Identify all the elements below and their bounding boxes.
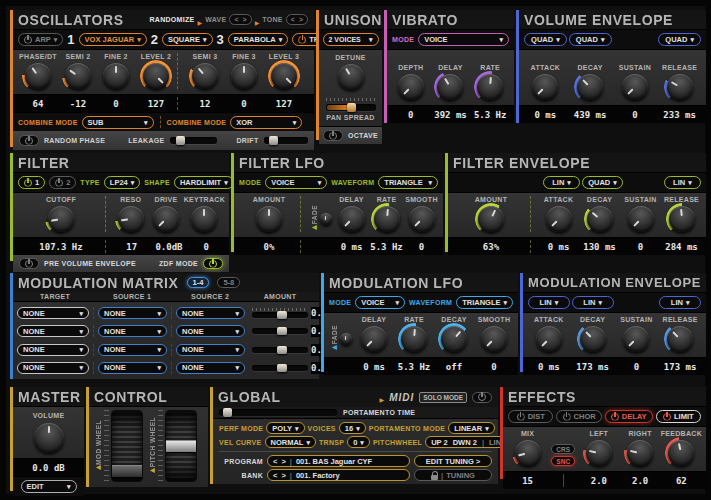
filter-lfo-mode-select[interactable]: VOICE bbox=[265, 176, 327, 189]
portamento-time-slider[interactable] bbox=[219, 409, 337, 416]
fx-mix-knob[interactable] bbox=[515, 440, 541, 466]
limit-toggle[interactable]: LIMIT bbox=[656, 410, 701, 423]
filter-env-decay-knob[interactable] bbox=[587, 206, 613, 232]
solo-mode-badge[interactable]: SOLO MODE bbox=[419, 392, 467, 403]
prev-icon[interactable]: < bbox=[291, 16, 295, 23]
matrix-row1-source1-select[interactable]: NONE bbox=[98, 307, 167, 319]
mod-env-release-curve-select[interactable]: LIN bbox=[659, 296, 701, 309]
vibrato-mode-select[interactable]: VOICE bbox=[418, 33, 509, 46]
zdf-mode-toggle[interactable] bbox=[203, 258, 223, 269]
filter1-toggle[interactable]: 1 bbox=[18, 176, 45, 189]
master-volume-knob[interactable] bbox=[34, 423, 64, 453]
vol-env-release-knob[interactable] bbox=[667, 74, 693, 100]
crs-button[interactable]: CRS bbox=[551, 444, 575, 454]
fx-feedback-knob[interactable] bbox=[668, 440, 694, 466]
trnsp-select[interactable]: 0 bbox=[347, 436, 370, 448]
semi3-knob[interactable] bbox=[192, 63, 218, 89]
filter-shape-select[interactable]: HARDLIMIT bbox=[174, 176, 234, 189]
mod-lfo-mode-select[interactable]: VOICE bbox=[355, 296, 405, 309]
matrix-row1-amount-slider[interactable] bbox=[252, 312, 308, 318]
next-icon[interactable]: > bbox=[281, 457, 285, 466]
prev-icon[interactable]: < bbox=[234, 16, 238, 23]
snc-button[interactable]: SNC bbox=[551, 456, 575, 466]
filter-type-select[interactable]: LP24 bbox=[104, 176, 140, 189]
mod-wheel[interactable] bbox=[111, 410, 143, 482]
wave-prev-next-buttons[interactable]: <> bbox=[229, 14, 251, 25]
leakage-slider[interactable] bbox=[170, 137, 218, 144]
mod-env-release-knob[interactable] bbox=[667, 326, 693, 352]
filter-env-release-curve-select[interactable]: LIN bbox=[664, 176, 701, 189]
prev-icon[interactable]: < bbox=[273, 457, 277, 466]
unison-voices-select[interactable]: 2 VOICES bbox=[323, 33, 379, 46]
mod-lfo-rate-knob[interactable] bbox=[401, 326, 427, 352]
vibrato-depth-knob[interactable] bbox=[398, 74, 424, 100]
voices-select[interactable]: 16 bbox=[339, 422, 366, 434]
matrix-row3-source2-select[interactable]: NONE bbox=[176, 344, 245, 356]
matrix-tab-1-4[interactable]: 1-4 bbox=[187, 277, 210, 288]
tone-prev-next-buttons[interactable]: <> bbox=[286, 14, 308, 25]
mod-lfo-smooth-knob[interactable] bbox=[481, 326, 507, 352]
global-power-toggle[interactable] bbox=[472, 392, 492, 403]
filter-lfo-smooth-knob[interactable] bbox=[409, 206, 435, 232]
filter-env-decay-curve-select[interactable]: QUAD bbox=[582, 176, 623, 189]
matrix-row1-target-select[interactable]: NONE bbox=[17, 307, 89, 319]
bank-selector[interactable]: <>| 001. Factory bbox=[267, 469, 410, 481]
vol-env-decay-curve-select[interactable]: QUAD bbox=[569, 33, 612, 46]
matrix-row2-source1-select[interactable]: NONE bbox=[98, 325, 167, 337]
level2-knob[interactable] bbox=[143, 63, 169, 89]
portamento-mode-select[interactable]: LINEAR bbox=[448, 422, 494, 434]
vol-env-sustain-knob[interactable] bbox=[622, 74, 648, 100]
filter-lfo-amount-knob[interactable] bbox=[256, 206, 282, 232]
matrix-row4-source1-select[interactable]: NONE bbox=[98, 362, 167, 374]
mod-env-attack-knob[interactable] bbox=[536, 326, 562, 352]
vibrato-rate-knob[interactable] bbox=[477, 74, 503, 100]
osc3-wave-select[interactable]: PARABOLA bbox=[228, 33, 288, 46]
matrix-row3-source1-select[interactable]: NONE bbox=[98, 344, 167, 356]
matrix-row2-amount-slider[interactable] bbox=[252, 328, 308, 334]
pitch-wheel[interactable] bbox=[165, 410, 197, 482]
fine2-knob[interactable] bbox=[103, 63, 129, 89]
vol-env-release-curve-select[interactable]: QUAD bbox=[658, 33, 701, 46]
mod-env-decay-knob[interactable] bbox=[580, 326, 606, 352]
reso-knob[interactable] bbox=[118, 206, 144, 232]
filter-env-sustain-knob[interactable] bbox=[628, 206, 654, 232]
filter-lfo-fade-knob[interactable] bbox=[320, 213, 332, 225]
arp-toggle[interactable]: ARP bbox=[18, 33, 63, 46]
next-icon[interactable]: > bbox=[299, 16, 303, 23]
drive-knob[interactable] bbox=[153, 206, 179, 232]
phase-dt-knob[interactable] bbox=[25, 63, 51, 89]
matrix-row2-target-select[interactable]: NONE bbox=[17, 325, 89, 337]
delay-toggle[interactable]: DELAY bbox=[605, 410, 653, 423]
mod-lfo-fade-knob[interactable] bbox=[340, 333, 352, 345]
mod-env-sustain-knob[interactable] bbox=[623, 326, 649, 352]
matrix-row3-amount-slider[interactable] bbox=[252, 347, 308, 353]
octave-toggle[interactable] bbox=[323, 130, 343, 141]
filter-lfo-rate-knob[interactable] bbox=[374, 206, 400, 232]
detune-knob[interactable] bbox=[338, 64, 364, 90]
pre-volume-envelope-toggle[interactable] bbox=[19, 258, 39, 269]
mod-env-decay-curve-select[interactable]: LIN bbox=[572, 296, 614, 309]
mod-lfo-delay-knob[interactable] bbox=[361, 326, 387, 352]
drift-slider[interactable] bbox=[264, 137, 308, 144]
filter-env-amount-knob[interactable] bbox=[478, 206, 504, 232]
mod-lfo-waveform-select[interactable]: TRIANGLE bbox=[456, 296, 513, 309]
combine-mode-2-select[interactable]: XOR bbox=[230, 116, 302, 129]
mod-env-attack-curve-select[interactable]: LIN bbox=[528, 296, 570, 309]
next-icon[interactable]: > bbox=[281, 471, 285, 480]
level3-knob[interactable] bbox=[271, 63, 297, 89]
semi2-knob[interactable] bbox=[65, 63, 91, 89]
vol-env-decay-knob[interactable] bbox=[577, 74, 603, 100]
vol-env-attack-curve-select[interactable]: QUAD bbox=[524, 33, 567, 46]
osc1-wave-select[interactable]: VOX JAGUAR bbox=[79, 33, 147, 46]
tuning-lock-button[interactable]: |TUNING bbox=[414, 469, 492, 481]
matrix-row4-source2-select[interactable]: NONE bbox=[176, 362, 245, 374]
pan-spread-slider[interactable] bbox=[326, 104, 376, 111]
fx-right-knob[interactable] bbox=[627, 440, 653, 466]
chor-toggle[interactable]: CHOR bbox=[556, 410, 601, 423]
filter2-toggle[interactable]: 2 bbox=[49, 176, 76, 189]
matrix-row3-target-select[interactable]: NONE bbox=[17, 344, 89, 356]
combine-mode-1-select[interactable]: SUB bbox=[82, 116, 154, 129]
fx-left-knob[interactable] bbox=[586, 440, 612, 466]
prev-icon[interactable]: < bbox=[273, 471, 277, 480]
osc2-wave-select[interactable]: SQUARE bbox=[162, 33, 213, 46]
